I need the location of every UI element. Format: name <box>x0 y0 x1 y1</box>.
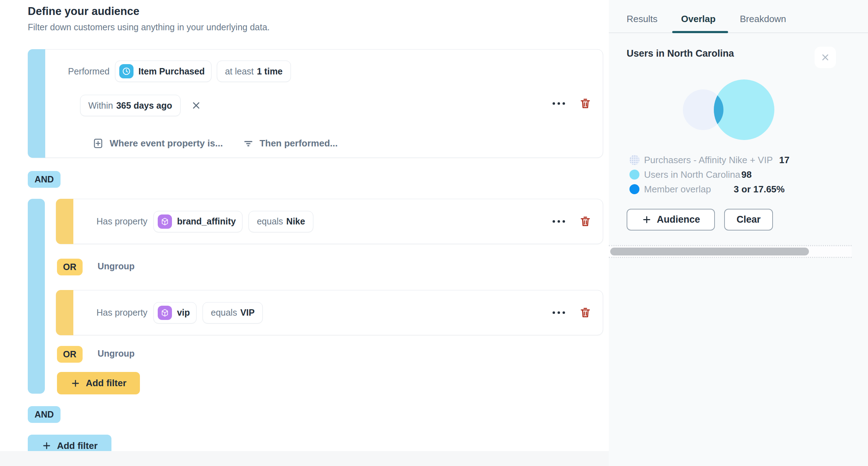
legend-value: 3 or 17.65% <box>734 184 785 195</box>
window-value: 365 days ago <box>116 100 172 111</box>
tab-breakdown[interactable]: Breakdown <box>740 14 786 24</box>
event-filter-links: Where event property is... Then performe… <box>92 135 338 151</box>
legend-dot-set-a <box>629 155 639 165</box>
plus-icon <box>642 214 652 225</box>
overlap-audience-title: Users in North Carolina <box>627 48 734 59</box>
legend-label: Purchasers - Affinity Nike + VIP <box>644 155 773 166</box>
frequency-value: 1 time <box>257 66 283 77</box>
property-filter-content: Has property brand_affinity equals Nike <box>96 199 313 244</box>
property-name: vip <box>177 307 190 318</box>
frequency-prefix: at least <box>225 66 254 77</box>
and-operator-badge[interactable]: AND <box>28 406 61 423</box>
page-subtitle: Filter down customers using anything in … <box>28 22 270 32</box>
page-title: Define your audience <box>28 5 140 18</box>
horizontal-scrollbar-track[interactable] <box>609 245 852 258</box>
condition-chip[interactable]: equals Nike <box>249 211 313 232</box>
legend-row: Member overlap 3 or 17.65% <box>629 184 785 195</box>
overlap-venn-chart <box>676 77 783 144</box>
group-indicator-bar <box>28 199 45 394</box>
property-filter-row: Has property vip equals VIP <box>56 290 603 335</box>
legend-value: 98 <box>741 169 752 180</box>
or-operator-badge[interactable]: OR <box>57 346 83 363</box>
time-window-row: Within 365 days ago <box>80 95 203 116</box>
condition-operator: equals <box>211 307 237 318</box>
delete-filter-icon[interactable] <box>579 215 591 228</box>
tabbar-divider <box>609 32 868 33</box>
delete-filter-icon[interactable] <box>579 97 591 110</box>
property-filter-content: Has property vip equals VIP <box>96 290 263 335</box>
canvas-bottom-edge <box>0 451 609 466</box>
condition-value: VIP <box>240 307 255 318</box>
performed-label: Performed <box>68 66 110 77</box>
add-audience-button[interactable]: Audience <box>627 209 715 231</box>
property-chip[interactable]: brand_affinity <box>153 211 242 232</box>
legend-value: 17 <box>779 155 790 166</box>
legend-row: Users in North Carolina 98 <box>629 169 752 180</box>
subgroup-indicator-bar <box>56 290 73 335</box>
has-property-label: Has property <box>96 307 147 318</box>
event-chip[interactable]: Item Purchased <box>115 61 211 82</box>
more-options-icon[interactable] <box>552 309 566 316</box>
condition-operator: equals <box>257 216 283 227</box>
and-operator-badge[interactable]: AND <box>28 171 61 188</box>
filter-lines-icon <box>243 138 254 149</box>
event-filter-actions <box>552 97 591 110</box>
legend-row: Purchasers - Affinity Nike + VIP 17 <box>629 155 789 165</box>
property-filter-row: Has property brand_affinity equals Nike <box>56 199 603 244</box>
more-options-icon[interactable] <box>552 218 566 225</box>
condition-chip[interactable]: equals VIP <box>203 302 263 323</box>
then-performed-link[interactable]: Then performed... <box>243 138 338 149</box>
insights-panel: Results Overlap Breakdown Users in North… <box>609 0 868 466</box>
legend-dot-set-b <box>629 170 639 180</box>
legend-label: Users in North Carolina <box>644 169 740 180</box>
legend-dot-overlap <box>629 184 639 194</box>
tab-overlap[interactable]: Overlap <box>681 14 716 24</box>
cube-icon <box>158 214 172 229</box>
property-filter-actions <box>552 306 591 319</box>
ungroup-link[interactable]: Ungroup <box>98 348 135 359</box>
delete-filter-icon[interactable] <box>579 306 591 319</box>
audience-builder: Define your audience Filter down custome… <box>0 0 868 466</box>
property-filter-actions <box>552 215 591 228</box>
time-window-chip[interactable]: Within 365 days ago <box>80 95 181 116</box>
tab-results[interactable]: Results <box>627 14 658 24</box>
event-name: Item Purchased <box>138 66 205 77</box>
property-name: brand_affinity <box>177 216 236 227</box>
plus-square-icon <box>92 138 104 149</box>
clock-icon <box>119 64 134 78</box>
event-filter-main-row: Performed Item Purchased at least 1 time <box>68 61 291 82</box>
remove-time-window-icon[interactable] <box>189 99 203 112</box>
subgroup-indicator-bar <box>56 199 73 244</box>
frequency-chip[interactable]: at least 1 time <box>217 61 291 82</box>
group-add-filter-button[interactable]: Add filter <box>57 372 140 394</box>
ungroup-link[interactable]: Ungroup <box>98 261 135 271</box>
where-event-property-link[interactable]: Where event property is... <box>92 138 223 149</box>
horizontal-scrollbar-thumb[interactable] <box>610 248 809 255</box>
window-prefix: Within <box>88 100 113 111</box>
active-tab-underline <box>672 31 728 33</box>
or-operator-badge[interactable]: OR <box>57 259 83 275</box>
has-property-label: Has property <box>96 216 147 227</box>
clear-button[interactable]: Clear <box>724 209 773 231</box>
plus-icon <box>70 378 80 388</box>
property-chip[interactable]: vip <box>153 302 197 323</box>
event-filter-card: Performed Item Purchased at least 1 time… <box>28 49 603 158</box>
plus-icon <box>42 441 52 451</box>
more-options-icon[interactable] <box>552 100 566 107</box>
legend-label: Member overlap <box>644 184 711 195</box>
condition-value: Nike <box>286 216 305 227</box>
cube-icon <box>158 306 172 320</box>
group-indicator-bar <box>28 49 45 158</box>
close-icon <box>820 52 830 62</box>
close-panel-button[interactable] <box>815 47 836 68</box>
